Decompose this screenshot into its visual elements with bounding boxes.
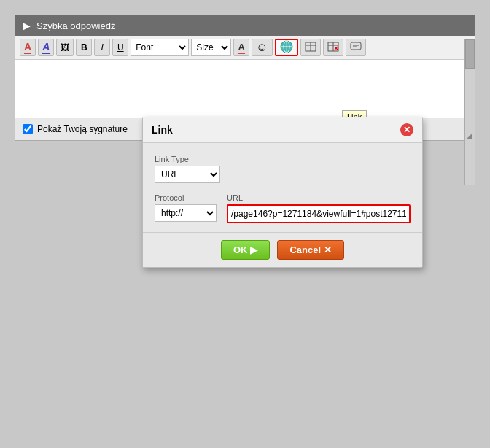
signature-checkbox[interactable]	[23, 124, 33, 134]
insert-image-button[interactable]: 🖼	[56, 39, 74, 56]
underline-icon: U	[117, 42, 124, 53]
editor-content[interactable]	[15, 60, 475, 118]
ok-button[interactable]: OK ▶	[221, 240, 271, 260]
smiley-icon: ☺	[256, 42, 268, 53]
cancel-icon: ✕	[324, 244, 332, 255]
ok-label: OK	[233, 244, 248, 255]
modal-header: Link ✕	[143, 117, 422, 143]
link-type-label: Link Type	[155, 155, 411, 163]
format-a-blue-button[interactable]: A	[38, 39, 54, 56]
link-type-select[interactable]: URL URLemailanchor	[155, 166, 220, 183]
link-icon	[280, 40, 293, 55]
url-group: URL	[227, 193, 411, 223]
protocol-label: Protocol	[155, 193, 217, 202]
title-bar: ▶ Szybka odpowiedź	[15, 15, 475, 36]
font-select[interactable]: Font	[131, 39, 189, 56]
underline-button[interactable]: U	[112, 39, 128, 56]
bold-button[interactable]: B	[76, 39, 92, 56]
italic-button[interactable]: I	[94, 39, 110, 56]
scrollbar-thumb[interactable]	[465, 39, 475, 69]
format-a-blue-icon: A	[42, 41, 50, 54]
url-input[interactable]	[231, 207, 406, 220]
globe-svg	[280, 40, 293, 53]
image-icon: 🖼	[61, 42, 69, 53]
url-label: URL	[227, 193, 411, 202]
table-insert-button[interactable]	[300, 39, 321, 56]
modal-close-button[interactable]: ✕	[400, 123, 413, 136]
protocol-group: Protocol http:// http://https://ftp:////	[155, 193, 217, 222]
title-bar-title: Szybka odpowiedź	[36, 20, 115, 31]
table-delete-button[interactable]	[323, 39, 343, 56]
cancel-button[interactable]: Cancel ✕	[277, 240, 344, 260]
modal-title: Link	[152, 124, 173, 136]
text-color-button[interactable]: A	[233, 39, 249, 56]
modal-footer: OK ▶ Cancel ✕	[143, 232, 422, 267]
format-a-red-icon: A	[24, 41, 31, 54]
toolbar: A A 🖼 B I U Font Size A	[15, 36, 475, 60]
quote-icon	[350, 42, 362, 54]
text-color-icon: A	[238, 42, 245, 54]
quote-svg	[350, 42, 362, 52]
table-del-svg	[327, 42, 339, 52]
link-button[interactable]	[275, 39, 298, 56]
protocol-url-row: Protocol http:// http://https://ftp:////…	[155, 193, 411, 223]
svg-marker-13	[354, 50, 356, 51]
table-delete-icon	[327, 42, 339, 54]
modal-body: Link Type URL URLemailanchor Protocol ht…	[143, 143, 422, 232]
signature-label: Pokaż Twoją sygnaturę	[37, 124, 128, 134]
ok-icon: ▶	[250, 244, 257, 255]
link-dialog: Link ✕ Link Type URL URLemailanchor Prot…	[142, 117, 423, 268]
editor-scrollbar[interactable]	[464, 39, 475, 185]
quote-button[interactable]	[346, 39, 366, 56]
table-svg	[305, 42, 316, 52]
size-select[interactable]: Size	[191, 39, 231, 56]
resize-handle[interactable]: ◢	[464, 130, 475, 140]
cancel-label: Cancel	[289, 244, 321, 255]
svg-rect-12	[351, 42, 361, 50]
url-input-wrapper	[227, 204, 411, 223]
title-bar-arrow: ▶	[23, 20, 31, 31]
italic-icon: I	[101, 42, 104, 53]
link-type-group: Link Type URL URLemailanchor	[155, 155, 411, 183]
protocol-select[interactable]: http:// http://https://ftp:////	[155, 204, 217, 222]
table-insert-icon	[305, 42, 316, 54]
smiley-button[interactable]: ☺	[252, 39, 272, 56]
bold-icon: B	[81, 42, 88, 53]
format-a-red-button[interactable]: A	[20, 39, 36, 56]
